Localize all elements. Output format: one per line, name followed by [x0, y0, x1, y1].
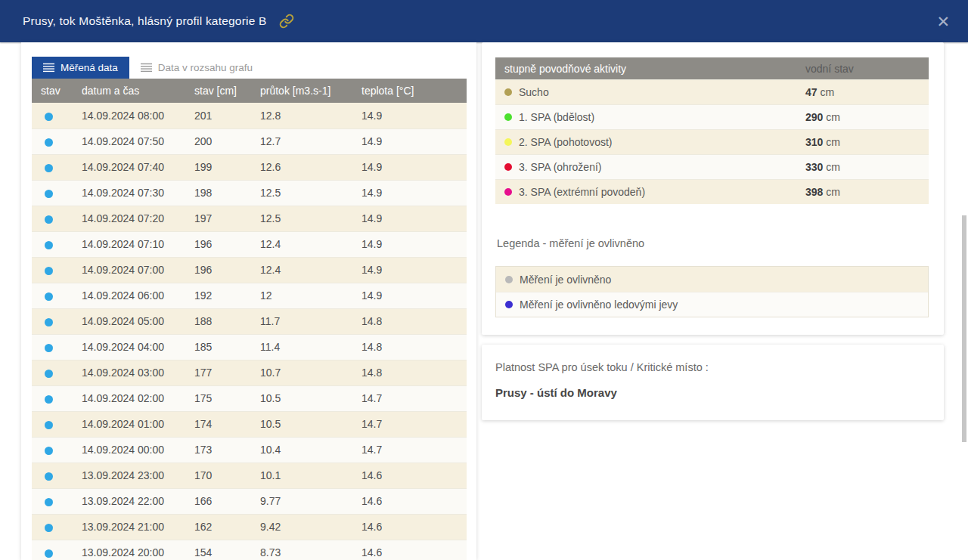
- measurements-table: stav datum a čas stav [cm] průtok [m3.s-…: [32, 79, 467, 560]
- measurement-cell: 14.6: [353, 514, 467, 540]
- status-dot-icon: [45, 138, 53, 147]
- measurement-cell: 14.9: [353, 154, 467, 180]
- measurement-row: 14.09.2024 08:0020112.814.9: [32, 103, 467, 128]
- spa-level-value: 398 cm: [805, 186, 840, 198]
- spa-level-value: 47 cm: [805, 86, 834, 98]
- measurement-cell: 14.09.2024 02:00: [73, 385, 186, 411]
- measurement-cell: 199: [186, 154, 252, 180]
- spa-level-row: Sucho47 cm: [495, 79, 929, 104]
- measurement-row: 14.09.2024 07:5020012.714.9: [32, 128, 467, 154]
- measurement-row: 14.09.2024 03:0017710.714.8: [32, 360, 467, 385]
- spa-level-label: Sucho: [519, 86, 549, 98]
- measurement-cell: 175: [186, 385, 252, 411]
- status-cell: [32, 411, 73, 437]
- status-dot-icon: [45, 421, 53, 429]
- measurement-row: 14.09.2024 00:0017310.414.7: [32, 437, 467, 463]
- spa-level-row: 3. SPA (ohrožení)330 cm: [495, 154, 929, 179]
- status-cell: [32, 437, 73, 463]
- status-dot-icon: [45, 524, 53, 532]
- page-scrollbar[interactable]: [961, 42, 968, 560]
- measurement-cell: 198: [186, 180, 252, 206]
- status-cell: [32, 308, 73, 334]
- measurement-cell: 201: [186, 103, 252, 128]
- measurement-row: 14.09.2024 07:1019612.414.9: [32, 231, 467, 257]
- measurement-row: 14.09.2024 01:0017410.514.7: [32, 411, 467, 437]
- measurement-cell: 14.9: [353, 128, 467, 154]
- status-cell: [32, 385, 73, 411]
- measurement-cell: 196: [186, 231, 252, 257]
- status-cell: [32, 154, 73, 180]
- legend-title: Legenda - měření je ovlivněno: [497, 237, 929, 249]
- status-dot-icon: [45, 498, 53, 506]
- measurement-cell: 10.5: [252, 385, 353, 411]
- measurement-cell: 14.6: [353, 540, 467, 560]
- col-spa-levels: stupně povodňové aktivity: [504, 63, 626, 75]
- col-water-stage: vodní stav: [805, 63, 854, 75]
- measurement-row: 14.09.2024 07:3019812.514.9: [32, 180, 467, 206]
- measurement-cell: 188: [186, 308, 252, 334]
- measurement-cell: 14.09.2024 07:50: [73, 128, 186, 154]
- measurement-cell: 177: [186, 360, 252, 385]
- spa-table-header: stupně povodňové aktivity vodní stav: [495, 57, 929, 79]
- measurement-cell: 192: [186, 283, 252, 308]
- measurement-cell: 196: [186, 257, 252, 283]
- measurement-cell: 12.6: [252, 154, 353, 180]
- spa-level-dot-icon: [504, 163, 512, 171]
- measurement-cell: 185: [186, 334, 252, 360]
- spa-level-dot-icon: [504, 88, 512, 96]
- status-dot-icon: [45, 472, 53, 481]
- measurement-cell: 14.09.2024 08:00: [73, 103, 186, 128]
- measurement-row: 13.09.2024 21:001629.4214.6: [32, 514, 467, 540]
- spa-level-dot-icon: [504, 188, 512, 196]
- status-cell: [32, 540, 73, 560]
- measurement-cell: 14.9: [353, 283, 467, 308]
- status-cell: [32, 257, 73, 283]
- scrollbar-thumb[interactable]: [962, 215, 966, 442]
- spa-level-row: 1. SPA (bdělost)290 cm: [495, 104, 929, 129]
- measurement-row: 14.09.2024 04:0018511.414.8: [32, 334, 467, 360]
- status-dot-icon: [45, 215, 53, 224]
- measurement-cell: 12.5: [252, 206, 353, 231]
- legend-item: Měření je ovlivněno ledovými jevy: [496, 292, 928, 317]
- link-icon[interactable]: [279, 14, 294, 29]
- measurement-cell: 9.77: [252, 488, 353, 514]
- close-icon[interactable]: ✕: [932, 11, 954, 32]
- spa-level-label: 2. SPA (pohotovost): [519, 136, 612, 148]
- status-dot-icon: [45, 292, 53, 301]
- tab-label: Data v rozsahu grafu: [158, 62, 253, 73]
- measurement-row: 14.09.2024 07:0019612.414.9: [32, 257, 467, 283]
- measurement-cell: 200: [186, 128, 252, 154]
- col-status: stav: [32, 79, 73, 103]
- tab-label: Měřená data: [60, 62, 118, 73]
- measurement-cell: 166: [186, 488, 252, 514]
- status-dot-icon: [45, 549, 53, 558]
- measurement-cell: 14.09.2024 01:00: [73, 411, 186, 437]
- measurement-row: 13.09.2024 20:001548.7314.6: [32, 540, 467, 560]
- measurement-cell: 14.09.2024 00:00: [73, 437, 186, 463]
- measurement-cell: 173: [186, 437, 252, 463]
- col-temperature: teplota [°C]: [353, 79, 467, 103]
- status-cell: [32, 283, 73, 308]
- legend-box: Měření je ovlivněnoMěření je ovlivněno l…: [495, 266, 929, 317]
- measurement-row: 14.09.2024 07:4019912.614.9: [32, 154, 467, 180]
- measurement-cell: 11.4: [252, 334, 353, 360]
- status-cell: [32, 103, 73, 128]
- measurement-cell: 9.42: [252, 514, 353, 540]
- tab-measured-data[interactable]: Měřená data: [32, 57, 129, 79]
- measurements-table-header: stav datum a čas stav [cm] průtok [m3.s-…: [32, 79, 467, 103]
- status-cell: [32, 334, 73, 360]
- measurement-cell: 14.09.2024 07:30: [73, 180, 186, 206]
- measurement-cell: 13.09.2024 20:00: [73, 540, 186, 560]
- tab-chart-range-data[interactable]: Data v rozsahu grafu: [129, 57, 264, 79]
- spa-rows: Sucho47 cm1. SPA (bdělost)290 cm2. SPA (…: [495, 79, 929, 204]
- spa-level-label: 1. SPA (bdělost): [519, 111, 594, 123]
- measurement-cell: 14.9: [353, 103, 467, 128]
- measurement-cell: 14.9: [353, 180, 467, 206]
- status-dot-icon: [45, 344, 53, 352]
- measurement-cell: 14.09.2024 07:20: [73, 206, 186, 231]
- status-cell: [32, 360, 73, 385]
- spa-level-value: 290 cm: [805, 111, 840, 123]
- measurement-row: 14.09.2024 06:001921214.9: [32, 283, 467, 308]
- legend-item-label: Měření je ovlivněno: [520, 274, 611, 286]
- measurement-cell: 14.8: [353, 308, 467, 334]
